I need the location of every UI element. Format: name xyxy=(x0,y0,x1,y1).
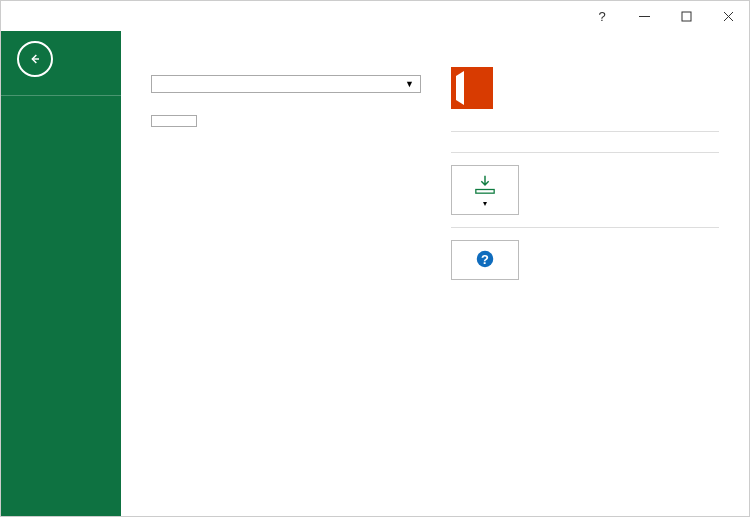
sidebar xyxy=(1,31,121,516)
question-icon: ? xyxy=(473,247,497,271)
maximize-button[interactable] xyxy=(665,1,707,31)
titlebar: ? xyxy=(1,1,749,31)
office-logo-icon xyxy=(451,67,493,109)
about-row: ? xyxy=(451,230,719,290)
chevron-down-icon: ▼ xyxy=(405,79,414,89)
help-button[interactable]: ? xyxy=(581,1,623,31)
content-area: ▼ ▾ xyxy=(121,31,749,516)
divider xyxy=(451,227,719,228)
close-button[interactable] xyxy=(707,1,749,31)
minimize-button[interactable] xyxy=(623,1,665,31)
divider xyxy=(451,152,719,153)
about-excel-button[interactable]: ? xyxy=(451,240,519,280)
sidebar-separator xyxy=(1,95,121,96)
updates-row: ▾ xyxy=(451,155,719,225)
svg-rect-5 xyxy=(476,190,494,194)
chevron-down-icon: ▾ xyxy=(483,199,487,208)
titlebar-controls: ? xyxy=(557,1,749,31)
theme-select[interactable]: ▼ xyxy=(151,75,421,93)
back-button[interactable] xyxy=(17,41,53,77)
svg-text:?: ? xyxy=(481,252,489,267)
update-options-button[interactable]: ▾ xyxy=(451,165,519,215)
signin-button[interactable] xyxy=(151,115,197,127)
svg-rect-1 xyxy=(682,12,691,21)
update-icon xyxy=(473,172,497,196)
office-logo xyxy=(451,67,719,109)
product-contains-label xyxy=(451,127,719,132)
